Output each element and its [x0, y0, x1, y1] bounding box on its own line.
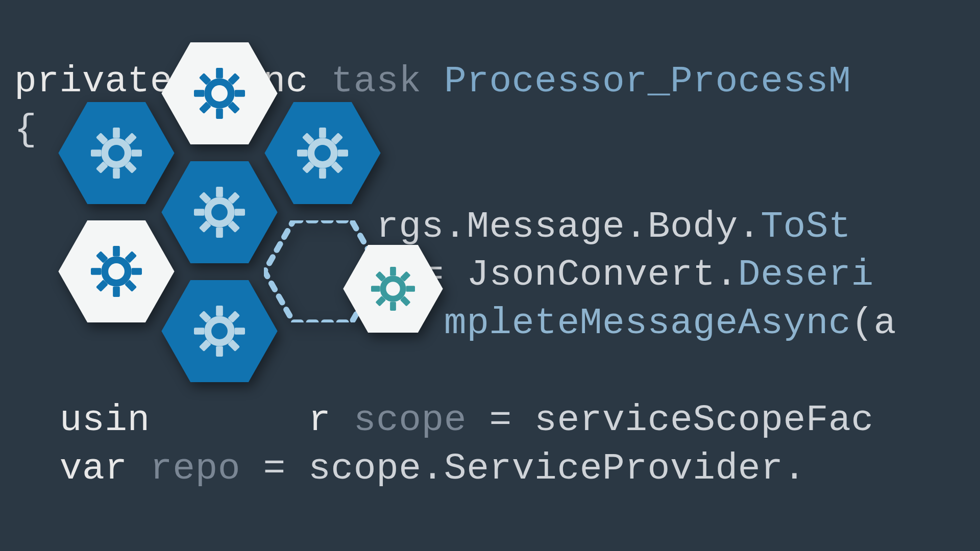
- svg-rect-24: [297, 149, 307, 157]
- svg-rect-22: [319, 128, 326, 138]
- svg-rect-2: [113, 128, 120, 138]
- svg-rect-25: [338, 149, 348, 157]
- svg-rect-63: [390, 267, 396, 276]
- svg-rect-44: [194, 209, 204, 216]
- svg-rect-53: [216, 306, 223, 316]
- brace-open: {: [14, 109, 37, 151]
- hexagon-cluster: [43, 48, 477, 426]
- hex-center-icon: [161, 161, 278, 263]
- hex-top-left-icon: [58, 102, 175, 204]
- prop-message: Message: [467, 206, 625, 248]
- svg-rect-23: [319, 168, 326, 179]
- hex-top-right-icon: [264, 102, 381, 204]
- svg-rect-12: [216, 68, 223, 78]
- svg-rect-43: [216, 228, 223, 238]
- svg-rect-34: [91, 268, 101, 275]
- call-tostring: ToSt: [761, 206, 851, 248]
- rhs-serviceprovider: scope.ServiceProvider: [308, 447, 783, 490]
- svg-marker-0: [58, 102, 174, 204]
- svg-rect-32: [113, 246, 120, 256]
- arg-a: a: [874, 302, 896, 344]
- hex-detached-icon: [342, 245, 444, 333]
- svg-marker-10: [161, 42, 277, 144]
- svg-rect-5: [132, 149, 142, 157]
- class-jsonconvert: JsonConvert: [467, 254, 715, 296]
- id-repo: repo: [150, 447, 240, 490]
- svg-rect-42: [216, 187, 223, 197]
- svg-marker-40: [161, 161, 277, 263]
- call-deserialize: Deseri: [738, 254, 874, 296]
- svg-rect-33: [113, 287, 120, 297]
- rhs-scopefactory: serviceScopeFac: [534, 399, 874, 441]
- svg-rect-65: [371, 286, 380, 292]
- prop-body: Body: [648, 206, 738, 248]
- svg-rect-13: [216, 109, 223, 119]
- keyword-var: var: [60, 447, 150, 490]
- svg-rect-15: [235, 90, 245, 97]
- svg-marker-61: [343, 245, 443, 333]
- svg-marker-20: [264, 102, 380, 204]
- hex-bottom-icon: [161, 280, 278, 382]
- svg-rect-56: [235, 328, 245, 335]
- svg-rect-66: [406, 286, 415, 292]
- method-name: Processor_ProcessM: [444, 60, 851, 103]
- svg-rect-4: [91, 149, 101, 157]
- svg-marker-30: [58, 220, 174, 322]
- svg-rect-3: [113, 168, 120, 179]
- hex-left-icon: [58, 220, 175, 322]
- svg-rect-45: [235, 209, 245, 216]
- svg-rect-54: [216, 346, 223, 357]
- svg-rect-35: [132, 268, 142, 275]
- svg-rect-64: [390, 302, 396, 311]
- svg-rect-14: [194, 90, 204, 97]
- hex-top-icon: [161, 42, 278, 144]
- svg-rect-55: [194, 328, 204, 335]
- svg-marker-51: [161, 280, 277, 382]
